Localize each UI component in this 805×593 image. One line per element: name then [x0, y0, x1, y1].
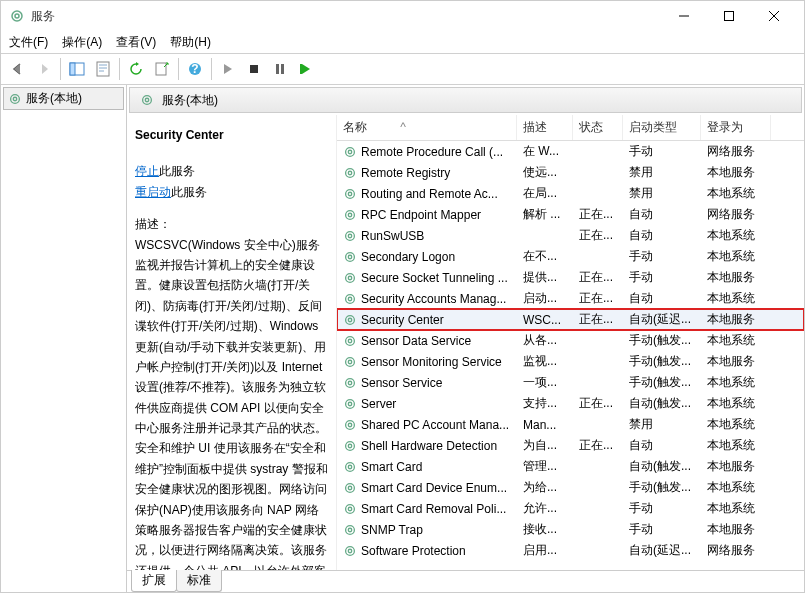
service-start: 自动 [623, 290, 701, 307]
service-row[interactable]: Security CenterWSC...正在...自动(延迟...本地服务 [337, 309, 804, 330]
svg-rect-6 [156, 63, 166, 75]
svg-point-20 [348, 171, 352, 175]
svg-point-26 [348, 234, 352, 238]
service-desc: 为自... [517, 437, 573, 454]
col-name[interactable]: 名称 ^ [337, 115, 517, 140]
service-desc: 提供... [517, 269, 573, 286]
service-name: Routing and Remote Ac... [361, 187, 498, 201]
service-desc: 使远... [517, 164, 573, 181]
service-logon: 本地系统 [701, 374, 771, 391]
svg-rect-12 [300, 64, 302, 74]
forward-button[interactable] [32, 57, 56, 81]
minimize-button[interactable] [661, 1, 706, 31]
help-button[interactable]: ? [183, 57, 207, 81]
pause-service-button[interactable] [268, 57, 292, 81]
service-row[interactable]: RPC Endpoint Mapper解析 ...正在...自动网络服务 [337, 204, 804, 225]
tab-extended[interactable]: 扩展 [131, 570, 177, 592]
col-description[interactable]: 描述 [517, 115, 573, 140]
service-row[interactable]: Secure Socket Tunneling ...提供...正在...手动本… [337, 267, 804, 288]
gear-icon [343, 208, 357, 222]
tree-root-services[interactable]: 服务(本地) [3, 87, 124, 110]
export-list-button[interactable] [150, 57, 174, 81]
svg-point-28 [348, 255, 352, 259]
service-row[interactable]: Routing and Remote Ac...在局...禁用本地系统 [337, 183, 804, 204]
col-status[interactable]: 状态 [573, 115, 623, 140]
svg-point-45 [346, 441, 355, 450]
gear-icon [343, 523, 357, 537]
service-row[interactable]: Sensor Service一项...手动(触发...本地系统 [337, 372, 804, 393]
stop-service-button[interactable] [242, 57, 266, 81]
menu-view[interactable]: 查看(V) [116, 34, 156, 51]
service-name: Secure Socket Tunneling ... [361, 271, 508, 285]
gear-icon [8, 92, 22, 106]
svg-point-54 [348, 528, 352, 532]
service-row[interactable]: Secondary Logon在不...手动本地系统 [337, 246, 804, 267]
service-start: 手动 [623, 269, 701, 286]
service-desc: 接收... [517, 521, 573, 538]
restart-link[interactable]: 重启动 [135, 185, 171, 199]
svg-point-37 [346, 357, 355, 366]
service-row[interactable]: Shell Hardware Detection为自...正在...自动本地系统 [337, 435, 804, 456]
svg-point-34 [348, 318, 352, 322]
svg-point-0 [12, 11, 22, 21]
service-row[interactable]: Remote Registry使远...禁用本地服务 [337, 162, 804, 183]
svg-point-47 [346, 462, 355, 471]
service-desc: 管理... [517, 458, 573, 475]
close-button[interactable] [751, 1, 796, 31]
svg-rect-9 [250, 65, 258, 73]
service-logon: 本地系统 [701, 248, 771, 265]
svg-point-51 [346, 504, 355, 513]
svg-point-35 [346, 336, 355, 345]
service-row[interactable]: Server支持...正在...自动(触发...本地系统 [337, 393, 804, 414]
menu-file[interactable]: 文件(F) [9, 34, 48, 51]
gear-icon [343, 187, 357, 201]
service-row[interactable]: Sensor Data Service从各...手动(触发...本地系统 [337, 330, 804, 351]
service-row[interactable]: Remote Procedure Call (...在 W...手动网络服务 [337, 141, 804, 162]
service-row[interactable]: Smart Card Removal Poli...允许...手动本地系统 [337, 498, 804, 519]
properties-icon[interactable] [91, 57, 115, 81]
svg-point-29 [346, 273, 355, 282]
service-row[interactable]: RunSwUSB正在...自动本地系统 [337, 225, 804, 246]
service-row[interactable]: SNMP Trap接收...手动本地服务 [337, 519, 804, 540]
service-logon: 网络服务 [701, 542, 771, 559]
start-service-button[interactable] [216, 57, 240, 81]
service-start: 自动(延迟... [623, 311, 701, 328]
show-hide-tree-button[interactable] [65, 57, 89, 81]
menu-help[interactable]: 帮助(H) [170, 34, 211, 51]
svg-rect-4 [70, 63, 75, 75]
service-row[interactable]: Smart Card管理...自动(触发...本地服务 [337, 456, 804, 477]
svg-point-52 [348, 507, 352, 511]
gear-icon [343, 166, 357, 180]
service-row[interactable]: Smart Card Device Enum...为给...手动(触发...本地… [337, 477, 804, 498]
tabs: 扩展 标准 [127, 570, 804, 592]
svg-point-39 [346, 378, 355, 387]
service-desc: 解析 ... [517, 206, 573, 223]
service-desc: 支持... [517, 395, 573, 412]
service-logon: 本地系统 [701, 479, 771, 496]
service-row[interactable]: Security Accounts Manag...启动...正在...自动本地… [337, 288, 804, 309]
col-logon-as[interactable]: 登录为 [701, 115, 771, 140]
gear-icon [343, 502, 357, 516]
gear-icon [343, 418, 357, 432]
menu-action[interactable]: 操作(A) [62, 34, 102, 51]
tab-standard[interactable]: 标准 [176, 570, 222, 592]
svg-point-53 [346, 525, 355, 534]
service-start: 自动(触发... [623, 395, 701, 412]
restart-service-button[interactable] [294, 57, 318, 81]
gear-icon [140, 93, 154, 107]
svg-rect-5 [97, 62, 109, 76]
service-name: Sensor Monitoring Service [361, 355, 502, 369]
refresh-button[interactable] [124, 57, 148, 81]
stop-link[interactable]: 停止 [135, 164, 159, 178]
maximize-button[interactable] [706, 1, 751, 31]
service-row[interactable]: Sensor Monitoring Service监视...手动(触发...本地… [337, 351, 804, 372]
service-desc: 在不... [517, 248, 573, 265]
service-start: 自动 [623, 227, 701, 244]
col-startup-type[interactable]: 启动类型 [623, 115, 701, 140]
service-row[interactable]: Shared PC Account Mana...Man...禁用本地系统 [337, 414, 804, 435]
service-logon: 本地系统 [701, 395, 771, 412]
svg-text:?: ? [191, 62, 198, 76]
service-row[interactable]: Software Protection启用...自动(延迟...网络服务 [337, 540, 804, 561]
gear-icon [343, 292, 357, 306]
back-button[interactable] [6, 57, 30, 81]
